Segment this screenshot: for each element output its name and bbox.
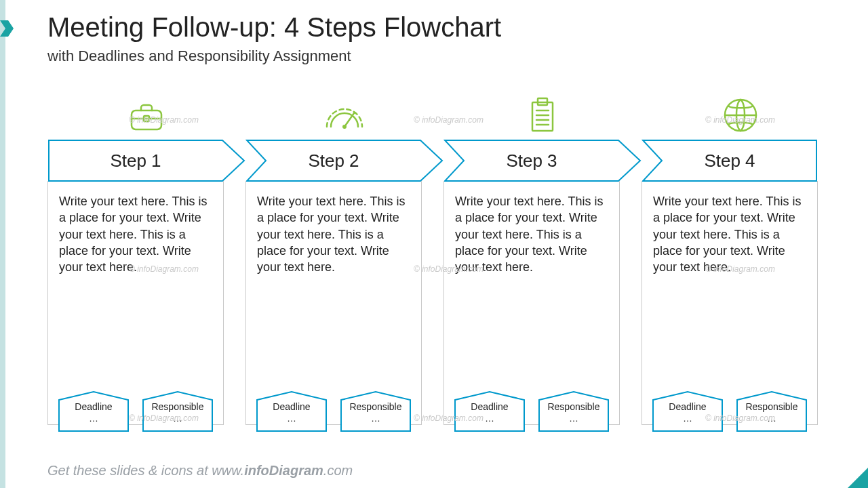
step-1-responsible-tag: Responsible… [142, 390, 214, 432]
step-1-body: Write your text here. This is a place fo… [59, 193, 212, 275]
responsible-label: Responsible [745, 401, 797, 412]
step-3: Step 3 Write your text here. This is a p… [443, 92, 642, 425]
ellipsis: … [142, 413, 214, 424]
footer-prefix: Get these slides & icons at www. [47, 463, 244, 478]
step-3-card: Write your text here. This is a place fo… [443, 181, 620, 425]
responsible-label: Responsible [547, 401, 599, 412]
step-1-label: Step 1 [47, 139, 224, 182]
step-4-label: Step 4 [642, 139, 818, 182]
step-2-card: Write your text here. This is a place fo… [245, 181, 422, 425]
step-4-arrow: Step 4 [642, 139, 840, 182]
accent-bar-left [0, 0, 5, 488]
accent-notch [0, 20, 14, 37]
step-4-deadline-tag: Deadline… [652, 390, 724, 432]
slide: Meeting Follow-up: 4 Steps Flowchart wit… [0, 0, 868, 488]
deadline-label: Deadline [75, 401, 112, 412]
ellipsis: … [340, 413, 412, 424]
step-1-tags: Deadline… Responsible… [58, 390, 214, 432]
slide-title: Meeting Follow-up: 4 Steps Flowchart [47, 12, 501, 43]
step-4-body: Write your text here. This is a place fo… [653, 193, 806, 275]
flowchart-row: Step 1 Write your text here. This is a p… [47, 92, 841, 425]
ellipsis: … [58, 413, 130, 424]
step-4-responsible-tag: Responsible… [736, 390, 808, 432]
step-4-card: Write your text here. This is a place fo… [642, 181, 818, 425]
step-2-body: Write your text here. This is a place fo… [257, 193, 410, 275]
svg-rect-11 [532, 102, 553, 131]
globe-icon [722, 97, 759, 134]
step-4-tags: Deadline… Responsible… [652, 390, 808, 432]
clipboard-icon [526, 97, 559, 134]
svg-point-7 [342, 125, 347, 129]
footer-brand: infoDiagram [244, 463, 323, 478]
responsible-label: Responsible [349, 401, 401, 412]
ellipsis: … [652, 413, 724, 424]
accent-corner-bottom-right [848, 468, 868, 488]
step-2-responsible-tag: Responsible… [340, 390, 412, 432]
step-2-arrow: Step 2 [245, 139, 443, 182]
responsible-label: Responsible [151, 401, 203, 412]
ellipsis: … [736, 413, 808, 424]
ellipsis: … [256, 413, 328, 424]
deadline-label: Deadline [471, 401, 508, 412]
step-3-deadline-tag: Deadline… [454, 390, 526, 432]
step-3-body: Write your text here. This is a place fo… [455, 193, 608, 275]
briefcase-icon [126, 100, 167, 134]
step-2: Step 2 Write your text here. This is a p… [245, 92, 443, 425]
step-3-tags: Deadline… Responsible… [454, 390, 610, 432]
deadline-label: Deadline [669, 401, 706, 412]
ellipsis: … [454, 413, 526, 424]
step-1-card: Write your text here. This is a place fo… [47, 181, 224, 425]
step-3-responsible-tag: Responsible… [538, 390, 610, 432]
deadline-label: Deadline [273, 401, 310, 412]
step-1-arrow: Step 1 [47, 139, 245, 182]
ellipsis: … [538, 413, 610, 424]
svg-rect-2 [132, 110, 161, 129]
step-3-arrow: Step 3 [443, 139, 642, 182]
step-2-deadline-tag: Deadline… [256, 390, 328, 432]
svg-marker-1 [848, 468, 868, 488]
svg-marker-0 [0, 20, 14, 37]
slide-subtitle: with Deadlines and Responsibility Assign… [47, 47, 351, 65]
step-4: Step 4 Write your text here. This is a p… [642, 92, 840, 425]
gauge-icon [323, 100, 366, 134]
step-2-label: Step 2 [245, 139, 422, 182]
step-2-tags: Deadline… Responsible… [256, 390, 412, 432]
step-3-label: Step 3 [443, 139, 620, 182]
footer-suffix: .com [323, 463, 353, 478]
step-1: Step 1 Write your text here. This is a p… [47, 92, 245, 425]
step-1-deadline-tag: Deadline… [58, 390, 130, 432]
footer-attribution: Get these slides & icons at www.infoDiag… [47, 463, 353, 479]
